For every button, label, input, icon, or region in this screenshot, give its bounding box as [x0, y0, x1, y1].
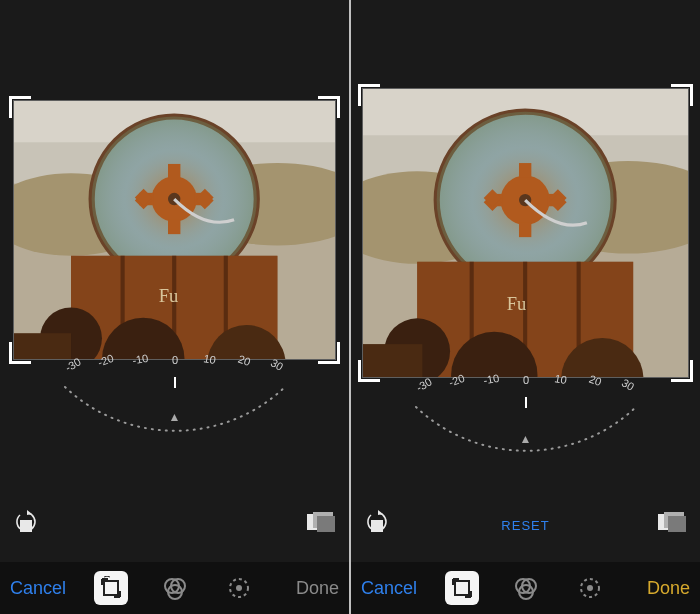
crop-area[interactable]: Fu: [359, 88, 692, 378]
dial-tick: 20: [236, 353, 252, 368]
dial-tick: -30: [414, 375, 434, 393]
dial-tick: -30: [63, 355, 83, 373]
dial-pointer: ▲: [520, 432, 532, 446]
svg-rect-9: [168, 220, 180, 234]
crop-frame[interactable]: Fu: [13, 100, 335, 360]
bottom-toolbar: Cancel Done: [0, 562, 349, 614]
svg-rect-34: [104, 581, 118, 595]
dial-tick: -20: [96, 352, 115, 369]
svg-rect-73: [455, 581, 469, 595]
crop-frame[interactable]: Fu: [362, 88, 688, 378]
crop-handle-tr[interactable]: [318, 96, 340, 118]
dial-tick: 20: [587, 373, 603, 388]
svg-point-39: [236, 585, 242, 591]
svg-rect-8: [168, 164, 180, 178]
dial-tick: -10: [131, 352, 149, 366]
dial-tick: 0: [522, 374, 528, 386]
editor-screen-after: Fu -30 -20 -10 0: [351, 0, 700, 614]
photo-preview: Fu: [362, 88, 688, 378]
crop-area[interactable]: Fu: [10, 100, 339, 360]
svg-point-78: [587, 585, 593, 591]
reset-button[interactable]: RESET: [501, 518, 549, 533]
photo-preview: Fu: [13, 100, 335, 360]
crop-handle-tl[interactable]: [9, 96, 31, 118]
rotate-icon[interactable]: [365, 510, 391, 540]
straighten-dial[interactable]: -30 -20 -10 0 10 20 30 ▲: [0, 352, 349, 442]
done-button[interactable]: Done: [296, 578, 339, 599]
rotate-icon[interactable]: [14, 510, 40, 540]
svg-text:Fu: Fu: [159, 285, 179, 306]
svg-rect-33: [317, 516, 335, 532]
editor-screen-before: Fu -30: [0, 0, 351, 614]
done-button[interactable]: Done: [647, 578, 690, 599]
dial-tick: -10: [482, 372, 500, 386]
crop-handle-tr[interactable]: [671, 84, 693, 106]
filters-icon[interactable]: [509, 571, 543, 605]
dial-tick: 10: [202, 352, 216, 366]
svg-rect-72: [668, 516, 686, 532]
filters-icon[interactable]: [158, 571, 192, 605]
crop-options-row: RESET: [351, 510, 700, 540]
crop-rotate-icon[interactable]: [445, 571, 479, 605]
adjust-icon[interactable]: [222, 571, 256, 605]
dial-tick: 30: [268, 356, 285, 373]
svg-rect-48: [519, 163, 531, 177]
dial-tick: 30: [619, 376, 636, 393]
aspect-icon[interactable]: [307, 512, 335, 538]
cancel-button[interactable]: Cancel: [361, 578, 417, 599]
cancel-button[interactable]: Cancel: [10, 578, 66, 599]
dial-tick: 10: [553, 372, 567, 386]
svg-rect-69: [371, 520, 383, 532]
crop-options-row: [0, 510, 349, 540]
adjust-icon[interactable]: [573, 571, 607, 605]
crop-rotate-icon[interactable]: [94, 571, 128, 605]
svg-rect-30: [20, 520, 32, 532]
bottom-toolbar: Cancel Done: [351, 562, 700, 614]
svg-rect-49: [519, 223, 531, 237]
aspect-icon[interactable]: [658, 512, 686, 538]
dial-tick: -20: [447, 372, 466, 389]
svg-text:Fu: Fu: [507, 294, 527, 314]
dial-tick: 0: [171, 354, 177, 366]
crop-handle-tl[interactable]: [358, 84, 380, 106]
dial-pointer: ▲: [169, 410, 181, 424]
straighten-dial[interactable]: -30 -20 -10 0 10 20 30 ▲: [351, 372, 700, 462]
